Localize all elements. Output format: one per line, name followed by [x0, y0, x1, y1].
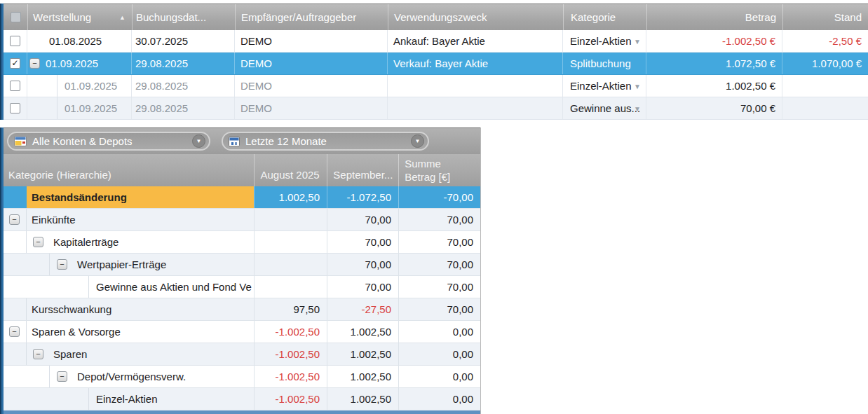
cell-summe: 0,00 — [398, 321, 480, 343]
cell-august: 97,50 — [254, 298, 327, 320]
column-header-september[interactable]: September... — [327, 154, 398, 186]
transaction-subrow[interactable]: 01.09.2025 29.08.2025 DEMO Gewinne aus..… — [4, 97, 868, 120]
accounts-filter-dropdown[interactable]: Alle Konten & Depots ▼ — [7, 132, 210, 151]
cell-buchungsdatum: 29.08.2025 — [132, 97, 235, 119]
collapse-button[interactable]: − — [57, 371, 67, 382]
cell-betrag: 70,00 € — [646, 97, 782, 119]
check-icon: ✓ — [11, 59, 18, 67]
category-row-einzel-aktien[interactable]: Einzel-Aktien -1.002,50 1.002,50 0,00 — [4, 388, 480, 410]
cell-verwendungszweck: Verkauf: Bayer Aktie — [388, 53, 563, 74]
row-checkbox[interactable] — [10, 103, 20, 113]
category-row-kapitalertraege[interactable]: − Kapitalerträge 70,00 70,00 — [4, 231, 480, 254]
chevron-down-icon[interactable]: ▼ — [411, 134, 424, 148]
tree-gutter — [4, 186, 27, 208]
cell-wertstellung: 01.09.2025 — [27, 75, 132, 97]
category-name: Kursschwankung — [32, 303, 111, 315]
column-header-label: Wertstellung — [33, 11, 91, 23]
row-select-cell — [4, 75, 27, 97]
tree-gutter — [4, 254, 50, 275]
tree-gutter — [4, 231, 27, 253]
cell-stand: 1.070,00 € — [782, 53, 868, 74]
row-select-cell — [4, 97, 27, 119]
value-date: 29.08.2025 — [135, 80, 188, 92]
category-dropdown-icon[interactable]: ▼ — [634, 82, 641, 90]
cell-summe: 70,00 — [398, 254, 480, 275]
accounts-filter-label: Alle Konten & Depots — [27, 135, 192, 147]
collapse-button[interactable]: − — [9, 214, 20, 225]
row-checkbox[interactable] — [10, 81, 20, 91]
collapse-button[interactable]: − — [9, 326, 20, 337]
collapse-button[interactable]: − — [57, 259, 67, 270]
column-header-summe-betrag[interactable]: Summe Betrag [€] — [398, 154, 480, 186]
cell-empfaenger: DEMO — [235, 75, 388, 97]
column-header-label: Betrag — [745, 11, 776, 23]
category-report-panel: Alle Konten & Depots ▼ Letzte 12 Monate … — [0, 127, 481, 414]
column-header-august[interactable]: August 2025 — [254, 154, 327, 186]
tree-gutter — [4, 276, 89, 298]
column-header-verwendungszweck[interactable]: Verwendungszweck — [388, 4, 563, 30]
cell-buchungsdatum: 30.07.2025 — [132, 30, 235, 52]
row-checkbox-checked[interactable]: ✓ — [10, 58, 20, 69]
column-header-kategorie-hierarchie[interactable]: Kategorie (Hierarchie) — [4, 154, 254, 186]
transaction-subrow[interactable]: 01.09.2025 29.08.2025 DEMO Einzel-Aktien… — [4, 75, 868, 97]
transaction-row-selected[interactable]: ✓ − 01.09.2025 29.08.2025 DEMO Verkauf: … — [4, 53, 868, 75]
category-row-kursschwankung[interactable]: Kursschwankung 97,50 -27,50 70,00 — [4, 298, 480, 321]
period-filter-dropdown[interactable]: Letzte 12 Monate ▼ — [222, 132, 429, 151]
column-header-stand[interactable]: Stand — [782, 4, 868, 30]
select-all-checkbox[interactable] — [11, 12, 21, 22]
value-category: Gewinne aus... — [570, 102, 640, 114]
category-row-sparen[interactable]: − Sparen -1.002,50 1.002,50 0,00 — [4, 343, 480, 366]
cell-september: -1.072,50 — [327, 186, 398, 208]
cell-kategorie[interactable]: Einzel-Aktien ▼ — [563, 30, 646, 52]
category-row-einkuenfte[interactable]: − Einkünfte 70,00 70,00 — [4, 209, 480, 231]
cell-september: -27,50 — [327, 298, 398, 320]
category-row-depot-vermoegensverw[interactable]: − Depot/Vermögensverw. -1.002,50 1.002,5… — [4, 366, 480, 388]
category-row-sparen-vorsorge[interactable]: − Sparen & Vorsorge -1.002,50 1.002,50 0… — [4, 321, 480, 343]
value-category: Einzel-Aktien — [570, 80, 632, 92]
category-label-cell: − Wertpapier-Erträge — [50, 254, 254, 275]
collapse-button[interactable]: − — [33, 349, 43, 359]
category-label-cell: Bestandsänderung — [27, 186, 254, 208]
cell-kategorie[interactable]: Einzel-Aktien ▼ — [563, 75, 646, 97]
minus-icon: − — [12, 216, 16, 223]
value-text: DEMO — [240, 57, 272, 69]
category-row-bestandsaenderung[interactable]: Bestandsänderung 1.002,50 -1.072,50 -70,… — [4, 186, 480, 209]
transaction-row[interactable]: 01.08.2025 30.07.2025 DEMO Ankauf: Bayer… — [4, 30, 868, 53]
category-dropdown-icon[interactable]: ▼ — [634, 37, 641, 45]
cell-summe: 70,00 — [398, 231, 480, 253]
cell-kategorie[interactable]: Gewinne aus... ▼ — [563, 97, 646, 119]
value-amount: 1.002,50 € — [726, 80, 775, 92]
category-row-gewinne-aus-aktien[interactable]: Gewinne aus Aktien und Fond Ve 70,00 70,… — [4, 276, 480, 298]
cell-august — [254, 254, 327, 275]
collapse-button[interactable]: − — [33, 237, 43, 247]
category-row-wertpapier-ertraege[interactable]: − Wertpapier-Erträge 70,00 70,00 — [4, 254, 480, 276]
chevron-down-icon[interactable]: ▼ — [192, 134, 205, 148]
cell-august — [254, 209, 327, 230]
cell-september: 70,00 — [327, 231, 398, 253]
column-header-empfaenger[interactable]: Empfänger/Auftraggeber — [235, 4, 388, 30]
column-header-wertstellung[interactable]: Wertstellung ▲ — [27, 4, 132, 30]
tree-expander-cell: − — [4, 321, 27, 343]
column-header-kategorie[interactable]: Kategorie — [563, 4, 646, 30]
cell-betrag: 1.002,50 € — [646, 75, 782, 97]
column-header-betrag[interactable]: Betrag — [646, 4, 782, 30]
panel-bottom-scroll-strip[interactable] — [4, 410, 480, 414]
cell-september: 70,00 — [327, 209, 398, 230]
category-label-cell: Einzel-Aktien — [89, 388, 254, 410]
column-header-buchungsdatum[interactable]: Buchungsdat... — [132, 4, 235, 30]
tree-gutter — [4, 298, 27, 320]
cell-summe: 70,00 — [398, 298, 480, 320]
cell-verwendungszweck: Ankauf: Bayer Aktie — [388, 30, 563, 52]
column-header-select-all[interactable] — [4, 4, 27, 30]
value-amount: 1.070,00 € — [812, 57, 862, 69]
category-label-cell: Kursschwankung — [27, 298, 254, 320]
minus-icon: − — [60, 261, 64, 268]
column-header-label: Stand — [834, 11, 862, 23]
tree-gutter — [4, 343, 27, 365]
cell-stand — [782, 97, 868, 119]
category-label-cell: Einkünfte — [27, 209, 254, 230]
row-checkbox[interactable] — [10, 36, 20, 46]
category-dropdown-icon[interactable]: ▼ — [634, 104, 641, 112]
cell-september: 1.002,50 — [327, 321, 398, 343]
collapse-split-button[interactable]: − — [29, 58, 40, 69]
